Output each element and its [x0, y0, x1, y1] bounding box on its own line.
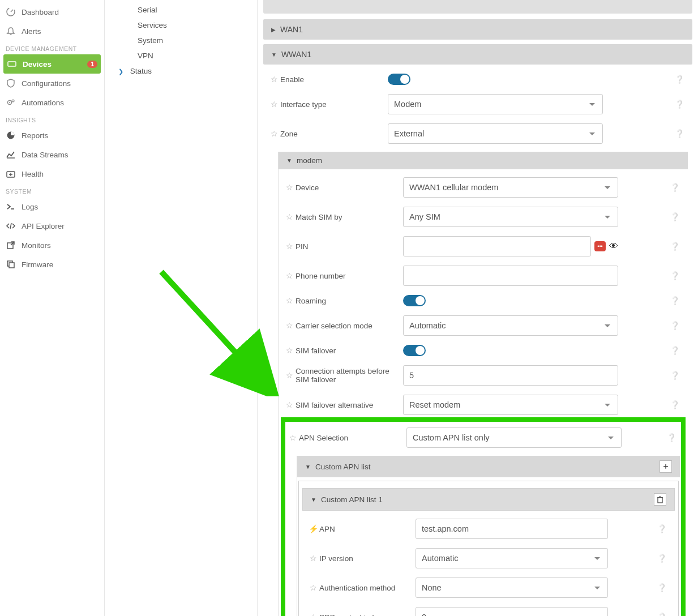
enable-toggle[interactable] — [388, 74, 410, 85]
tree-item-serial[interactable]: Serial — [105, 2, 257, 18]
pdp-index-input[interactable] — [416, 607, 608, 616]
help-icon[interactable]: ❔ — [666, 371, 683, 380]
tree-item-services[interactable]: Services — [105, 18, 257, 33]
help-icon[interactable]: ❔ — [653, 613, 670, 616]
nav-item-devices[interactable]: Devices 1 — [3, 54, 101, 74]
interface-type-select[interactable]: Modem — [388, 94, 603, 114]
match-sim-select[interactable]: Any SIM — [403, 207, 618, 227]
password-manager-icon[interactable]: ••• — [594, 241, 606, 251]
row-pin: ☆ PIN ••• 👁 ❔ — [283, 232, 683, 261]
row-failover-alt: ☆ SIM failover alternative Reset modem ❔ — [283, 390, 683, 420]
nav-item-dashboard[interactable]: Dashboard — [0, 2, 104, 22]
field-label: Carrier selection mode — [296, 322, 403, 330]
nav-item-api[interactable]: API Explorer — [0, 216, 104, 236]
star-icon[interactable]: ☆ — [307, 554, 319, 563]
svg-line-13 — [10, 223, 11, 229]
external-icon — [6, 240, 22, 250]
star-icon[interactable]: ☆ — [283, 346, 296, 355]
help-icon[interactable]: ❔ — [666, 296, 683, 305]
star-icon[interactable]: ☆ — [268, 129, 280, 138]
device-icon — [7, 59, 23, 69]
star-icon[interactable]: ☆ — [283, 183, 296, 192]
star-icon[interactable]: ☆ — [283, 321, 296, 330]
delete-apn-button[interactable] — [654, 493, 666, 506]
help-icon[interactable]: ❔ — [653, 524, 670, 533]
apn-selection-select[interactable]: Custom APN list only — [406, 427, 622, 448]
tree-item-vpn[interactable]: VPN — [105, 48, 257, 63]
carrier-mode-select[interactable]: Automatic — [403, 315, 618, 336]
nav-label: Devices — [23, 60, 52, 69]
subpanel-modem[interactable]: ▼ modem — [279, 152, 688, 169]
nav-item-alerts[interactable]: Alerts — [0, 22, 104, 41]
gears-icon — [6, 97, 22, 108]
star-icon[interactable]: ☆ — [283, 371, 296, 380]
nav-item-datastreams[interactable]: Data Streams — [0, 145, 104, 164]
zone-select[interactable]: External — [388, 123, 603, 144]
tree-item-status[interactable]: ❯ Status — [105, 63, 257, 79]
subpanel-custom-apn-1[interactable]: ▼ Custom APN list 1 — [302, 488, 675, 511]
help-icon[interactable]: ❔ — [666, 242, 683, 251]
nav-item-logs[interactable]: Logs — [0, 197, 104, 216]
caret-down-icon: ▼ — [305, 464, 311, 470]
row-carrier-mode: ☆ Carrier selection mode Automatic ❔ — [283, 311, 683, 340]
field-label: Interface type — [280, 100, 388, 109]
help-icon[interactable]: ❔ — [666, 400, 683, 409]
star-icon[interactable]: ☆ — [307, 613, 319, 616]
help-icon[interactable]: ❔ — [666, 321, 683, 330]
auth-method-select[interactable]: None — [416, 578, 608, 598]
star-icon[interactable]: ☆ — [283, 271, 296, 280]
help-icon[interactable]: ❔ — [653, 583, 670, 592]
row-attempts: ☆ Connection attempts before SIM failove… — [283, 361, 683, 390]
star-icon[interactable]: ☆ — [268, 100, 280, 109]
row-match-sim: ☆ Match SIM by Any SIM ❔ — [283, 202, 683, 232]
device-select[interactable]: WWAN1 cellular modem — [403, 177, 618, 198]
bolt-icon[interactable]: ⚡ — [307, 524, 319, 533]
eye-icon[interactable]: 👁 — [609, 241, 618, 251]
failover-alt-select[interactable]: Reset modem — [403, 395, 618, 415]
star-icon[interactable]: ☆ — [283, 296, 296, 305]
ip-version-select[interactable]: Automatic — [416, 548, 608, 568]
code-icon — [6, 221, 22, 231]
nav-item-health[interactable]: Health — [0, 164, 104, 183]
panel-wwan1[interactable]: ▼ WWAN1 — [263, 44, 692, 65]
add-apn-button[interactable]: ＋ — [660, 460, 672, 473]
row-auth-method: ☆ Authentication method None ❔ — [307, 573, 670, 602]
help-icon[interactable]: ❔ — [671, 100, 688, 109]
field-label: SIM failover — [296, 346, 403, 355]
star-icon[interactable]: ☆ — [283, 212, 296, 221]
star-icon[interactable]: ☆ — [283, 242, 296, 251]
star-icon[interactable]: ☆ — [283, 400, 296, 409]
row-phone: ☆ Phone number ❔ — [283, 261, 683, 290]
star-icon[interactable]: ☆ — [286, 433, 299, 442]
help-icon[interactable]: ❔ — [671, 129, 688, 138]
apn-input[interactable] — [416, 519, 608, 539]
help-icon[interactable]: ❔ — [653, 554, 670, 563]
star-icon[interactable]: ☆ — [268, 75, 280, 84]
help-icon[interactable]: ❔ — [671, 75, 688, 84]
field-label: IP version — [319, 554, 416, 563]
nav-label: Logs — [22, 203, 38, 211]
sim-failover-toggle[interactable] — [403, 345, 426, 356]
nav-item-reports[interactable]: Reports — [0, 126, 104, 145]
phone-input[interactable] — [403, 266, 618, 286]
nav-item-automations[interactable]: Automations — [0, 93, 104, 112]
nav-item-configurations[interactable]: Configurations — [0, 74, 104, 93]
tree-item-system[interactable]: System — [105, 33, 257, 48]
star-icon[interactable]: ☆ — [307, 583, 319, 592]
svg-line-15 — [11, 242, 14, 245]
help-icon[interactable]: ❔ — [666, 346, 683, 355]
help-icon[interactable]: ❔ — [666, 271, 683, 280]
tree-parent-label: Status — [130, 67, 152, 75]
help-icon[interactable]: ❔ — [666, 212, 683, 221]
nav-item-firmware[interactable]: Firmware — [0, 255, 104, 274]
help-icon[interactable]: ❔ — [663, 433, 680, 442]
panel-wan1[interactable]: ▶ WAN1 — [263, 19, 692, 40]
attempts-input[interactable] — [403, 365, 618, 386]
svg-rect-17 — [9, 263, 14, 268]
nav-item-monitors[interactable]: Monitors — [0, 236, 104, 255]
pin-input[interactable] — [403, 236, 591, 256]
subpanel-custom-apn-list[interactable]: ▼ Custom APN list ＋ — [297, 456, 680, 477]
row-sim-failover: ☆ SIM failover ❔ — [283, 340, 683, 361]
help-icon[interactable]: ❔ — [666, 183, 683, 192]
roaming-toggle[interactable] — [403, 295, 426, 306]
